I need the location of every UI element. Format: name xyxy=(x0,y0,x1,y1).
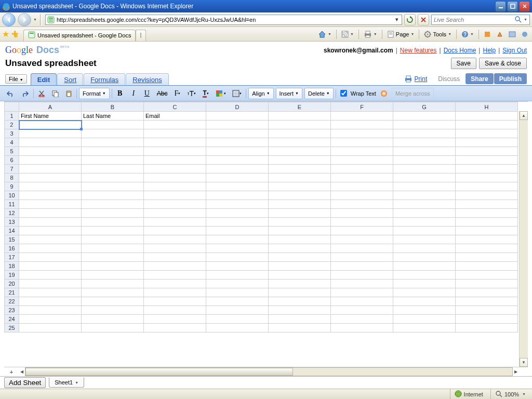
scroll-down-icon[interactable]: ▼ xyxy=(520,358,528,367)
cell[interactable] xyxy=(456,244,518,253)
font-family-button[interactable]: F▾ xyxy=(171,88,183,99)
italic-button[interactable]: I xyxy=(128,88,139,99)
row-header[interactable]: 14 xyxy=(5,227,19,235)
cell[interactable] xyxy=(456,174,518,182)
cell[interactable] xyxy=(82,297,144,306)
cell[interactable] xyxy=(206,121,269,129)
cell[interactable] xyxy=(19,182,82,191)
scroll-track[interactable] xyxy=(520,120,528,358)
cell[interactable] xyxy=(82,262,144,271)
cell[interactable] xyxy=(82,191,144,200)
cell[interactable] xyxy=(19,280,82,288)
cell[interactable] xyxy=(82,218,144,227)
cell[interactable] xyxy=(393,288,456,297)
sheet-grid[interactable]: ABCDEFGH1First NameLast NameEmail2345678… xyxy=(4,102,528,367)
cell[interactable] xyxy=(393,271,456,280)
cell[interactable] xyxy=(393,200,456,209)
cell[interactable] xyxy=(144,271,206,280)
cut-button[interactable] xyxy=(36,88,47,99)
bold-button[interactable]: B xyxy=(114,88,126,99)
minimize-button[interactable] xyxy=(495,1,506,12)
cell[interactable] xyxy=(19,191,82,200)
cell[interactable] xyxy=(331,138,393,147)
cell[interactable] xyxy=(19,297,82,306)
row-header[interactable]: 21 xyxy=(5,288,19,297)
cell[interactable] xyxy=(393,165,456,174)
color-chooser-button[interactable] xyxy=(378,88,390,99)
cell[interactable] xyxy=(456,200,518,209)
cell[interactable] xyxy=(269,174,331,182)
cell[interactable] xyxy=(456,129,518,138)
cell[interactable] xyxy=(393,218,456,227)
cell[interactable] xyxy=(456,306,518,315)
cell[interactable] xyxy=(82,121,144,129)
cell[interactable] xyxy=(144,182,206,191)
tab-sort[interactable]: Sort xyxy=(57,73,83,85)
cell[interactable] xyxy=(206,112,269,121)
page-menu[interactable]: Page▼ xyxy=(385,29,416,40)
row-header[interactable]: 9 xyxy=(5,182,19,191)
search-dropdown-icon[interactable]: ▼ xyxy=(523,18,528,21)
feeds-button[interactable]: ▼ xyxy=(340,29,355,40)
align-menu[interactable]: Align▼ xyxy=(248,88,273,99)
url-input[interactable] xyxy=(55,17,393,23)
cell[interactable] xyxy=(144,147,206,156)
cell[interactable] xyxy=(456,324,518,332)
cell[interactable] xyxy=(19,306,82,315)
cell[interactable] xyxy=(82,306,144,315)
cell[interactable] xyxy=(82,138,144,147)
cell[interactable] xyxy=(206,235,269,244)
cell[interactable] xyxy=(82,147,144,156)
cell[interactable] xyxy=(331,288,393,297)
cell[interactable] xyxy=(456,262,518,271)
cell[interactable] xyxy=(331,271,393,280)
row-header[interactable]: 17 xyxy=(5,253,19,262)
format-menu[interactable]: Format▼ xyxy=(79,88,110,99)
row-header[interactable]: 16 xyxy=(5,244,19,253)
cell[interactable] xyxy=(269,112,331,121)
cell[interactable] xyxy=(456,121,518,129)
cell[interactable] xyxy=(19,209,82,218)
cell[interactable] xyxy=(82,174,144,182)
home-button[interactable]: ▼ xyxy=(316,29,333,40)
cell[interactable] xyxy=(393,235,456,244)
cell[interactable] xyxy=(82,244,144,253)
cell[interactable] xyxy=(206,129,269,138)
cell[interactable] xyxy=(206,218,269,227)
cell[interactable] xyxy=(82,165,144,174)
tools-menu[interactable]: Tools▼ xyxy=(422,29,453,40)
cell[interactable] xyxy=(206,191,269,200)
cell[interactable] xyxy=(269,156,331,165)
cell[interactable] xyxy=(144,306,206,315)
undo-button[interactable] xyxy=(4,88,17,99)
fill-color-button[interactable]: ▾ xyxy=(214,88,228,99)
cell[interactable] xyxy=(393,112,456,121)
row-header[interactable]: 12 xyxy=(5,209,19,218)
cell[interactable] xyxy=(331,218,393,227)
vertical-scrollbar[interactable]: ▲ ▼ xyxy=(519,111,528,367)
cell[interactable] xyxy=(456,271,518,280)
search-input[interactable] xyxy=(433,16,514,23)
cell[interactable] xyxy=(331,324,393,332)
cell[interactable] xyxy=(19,262,82,271)
print-link[interactable]: Print xyxy=(399,73,433,84)
cell[interactable] xyxy=(456,209,518,218)
cell[interactable] xyxy=(206,271,269,280)
scroll-up-icon[interactable]: ▲ xyxy=(520,111,528,120)
add-favorites-icon[interactable]: ✚★ xyxy=(11,29,18,39)
row-header[interactable]: 13 xyxy=(5,218,19,227)
cell[interactable] xyxy=(269,271,331,280)
cell[interactable] xyxy=(393,306,456,315)
cell[interactable] xyxy=(206,315,269,324)
cell[interactable] xyxy=(456,227,518,235)
cell[interactable] xyxy=(206,297,269,306)
ext-icon-4[interactable] xyxy=(520,29,530,40)
cell[interactable] xyxy=(19,253,82,262)
cell[interactable] xyxy=(206,262,269,271)
cell[interactable] xyxy=(269,165,331,174)
cell[interactable] xyxy=(269,209,331,218)
status-zoom[interactable]: 100% ▼ xyxy=(490,389,530,399)
new-tab-button[interactable] xyxy=(136,30,146,41)
cell[interactable] xyxy=(393,315,456,324)
cell[interactable] xyxy=(393,227,456,235)
